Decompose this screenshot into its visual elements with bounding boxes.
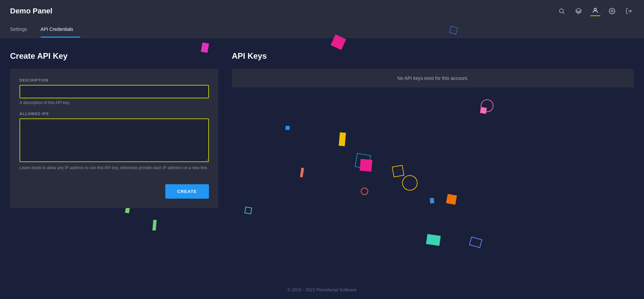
svg-point-3	[594, 8, 597, 10]
allowed-ips-input[interactable]	[19, 118, 209, 162]
main-content: Create API Key DESCRIPTION A description…	[0, 38, 644, 221]
svg-rect-27	[469, 237, 482, 247]
description-hint: A description of this API key.	[19, 100, 209, 105]
settings-icon[interactable]	[607, 6, 617, 16]
svg-line-1	[563, 12, 565, 14]
allowed-ips-hint: Leave blank to allow any IP address to u…	[19, 165, 209, 170]
account-icon[interactable]	[590, 6, 600, 16]
allowed-ips-label: ALLOWED IPS	[19, 112, 209, 116]
description-label: DESCRIPTION	[19, 78, 209, 82]
app-title: Demo Panel	[10, 7, 52, 15]
description-field-group: DESCRIPTION A description of this API ke…	[19, 78, 209, 105]
layers-icon[interactable]	[573, 6, 584, 16]
description-input[interactable]	[19, 85, 209, 98]
allowed-ips-field-group: ALLOWED IPS Leave blank to allow any IP …	[19, 112, 209, 170]
no-keys-message: No API keys exist for this account.	[232, 69, 634, 88]
tabs-bar: Settings API Credentials	[0, 22, 644, 38]
logout-icon[interactable]	[624, 6, 634, 16]
tab-api-credentials[interactable]: API Credentials	[41, 22, 80, 38]
create-button[interactable]: CREATE	[165, 184, 209, 199]
create-api-key-section: Create API Key DESCRIPTION A description…	[10, 51, 218, 208]
create-form-panel: DESCRIPTION A description of this API ke…	[10, 69, 218, 208]
svg-point-4	[611, 10, 613, 12]
create-section-title: Create API Key	[10, 51, 218, 61]
footer-text: © 2015 - 2021 Pterodactyl Software	[287, 287, 356, 292]
header: Demo Panel	[0, 0, 644, 22]
header-icons	[557, 6, 634, 16]
svg-point-0	[559, 9, 563, 13]
api-keys-title: API Keys	[232, 51, 634, 61]
api-keys-section: API Keys No API keys exist for this acco…	[232, 51, 634, 208]
footer: © 2015 - 2021 Pterodactyl Software	[0, 287, 644, 292]
tab-settings[interactable]: Settings	[10, 22, 34, 38]
svg-rect-26	[426, 234, 441, 246]
search-icon[interactable]	[557, 6, 567, 16]
